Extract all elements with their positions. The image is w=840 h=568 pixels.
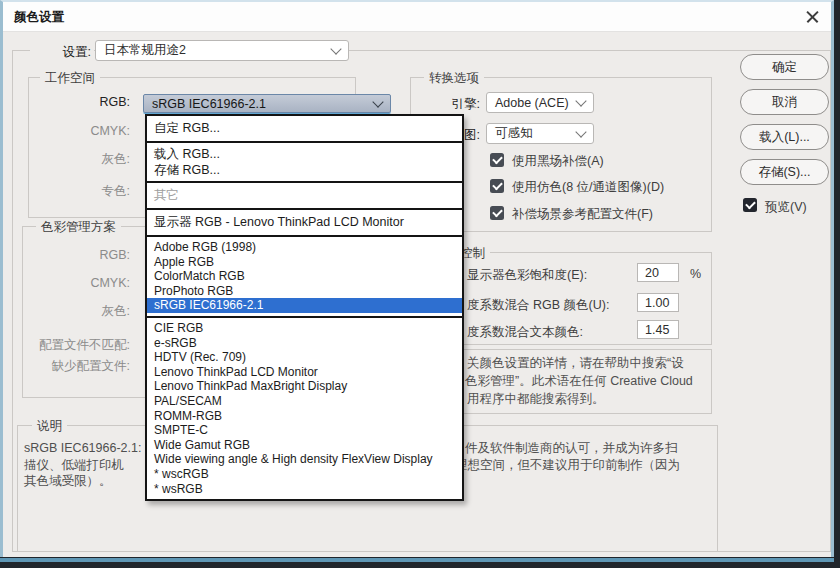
description-line1-left: sRGB IEC61966-2.1: [24, 440, 141, 456]
dropdown-group: 载入 RGB... 存储 RGB... [147, 143, 462, 183]
ws-spot-label: 专色: [20, 183, 130, 200]
dropdown-item[interactable]: ROMM-RGB [147, 409, 462, 424]
description-title: 说明 [32, 418, 67, 435]
dropdown-item[interactable]: Lenovo ThinkPad LCD Monitor [147, 365, 462, 380]
dialog-titlebar[interactable]: 颜色设置 [3, 2, 831, 32]
conversion-title: 转换选项 [424, 70, 484, 87]
dither-checkbox[interactable] [490, 179, 504, 193]
desaturate-input[interactable]: 20 [637, 263, 679, 282]
dropdown-group: CIE RGB e-sRGB HDTV (Rec. 709) Lenovo Th… [147, 318, 462, 499]
dropdown-item[interactable]: Apple RGB [147, 255, 462, 270]
pol-mismatch-label: 配置文件不匹配: [20, 337, 130, 354]
preview-label: 预览(V) [765, 199, 807, 216]
dropdown-item[interactable]: Wide Gamut RGB [147, 438, 462, 453]
engine-dropdown-value: Adobe (ACE) [495, 96, 569, 110]
blend-text-value: 1.45 [645, 323, 669, 337]
dropdown-group: 显示器 RGB - Lenovo ThinkPad LCD Monitor [147, 210, 462, 237]
description-line3: 其色域受限）。 [24, 473, 112, 489]
intent-dropdown[interactable]: 可感知 [486, 123, 594, 144]
description-line2-right: 理想空间，但不建议用于印前制作（因为 [455, 457, 680, 473]
chevron-down-icon [575, 95, 586, 106]
pol-cmyk-label: CMYK: [20, 276, 130, 290]
blend-rgb-label: 度系数混合 RGB 颜色(U): [467, 297, 609, 314]
dropdown-group: 其它 [147, 183, 462, 210]
help-note-line2: 色彩管理”。此术语在任何 Creative Cloud [465, 372, 693, 390]
chevron-down-icon [330, 43, 341, 54]
pol-gray-label: 灰色: [20, 303, 130, 320]
dropdown-item-disabled: 其它 [147, 186, 462, 205]
blend-text-input[interactable]: 1.45 [637, 320, 679, 339]
dropdown-item[interactable]: Wide viewing angle & High density FlexVi… [147, 452, 462, 467]
engine-dropdown[interactable]: Adobe (ACE) [486, 92, 594, 113]
dropdown-item[interactable]: ProPhoto RGB [147, 284, 462, 299]
pol-rgb-label: RGB: [20, 248, 130, 262]
cancel-button-label: 取消 [772, 94, 797, 111]
dropdown-group: Adobe RGB (1998) Apple RGB ColorMatch RG… [147, 237, 462, 318]
dropdown-item[interactable]: SMPTE-C [147, 423, 462, 438]
engine-label: 引擎: [403, 96, 480, 113]
pol-missing-label: 缺少配置文件: [20, 358, 130, 375]
scene-profiles-label: 补偿场景参考配置文件(F) [512, 206, 653, 223]
scene-profiles-checkbox[interactable] [490, 206, 504, 220]
settings-dropdown[interactable]: 日本常规用途2 [95, 40, 349, 61]
dropdown-item[interactable]: Adobe RGB (1998) [147, 240, 462, 255]
dropdown-item[interactable]: 载入 RGB... [147, 146, 462, 162]
description-line1-right: 件及软件制造商的认可，并成为许多扫 [465, 440, 678, 456]
blend-text-label: 度系数混合文本颜色: [467, 324, 583, 341]
help-note-line1: 关颜色设置的详情，请在帮助中搜索“设 [467, 354, 684, 372]
dropdown-item[interactable]: HDTV (Rec. 709) [147, 350, 462, 365]
dropdown-item[interactable]: e-sRGB [147, 336, 462, 351]
help-note-line3: 用程序中都能搜索得到。 [467, 390, 605, 408]
dropdown-item[interactable]: * wscRGB [147, 467, 462, 482]
dropdown-item[interactable]: CIE RGB [147, 321, 462, 336]
policies-title: 色彩管理方案 [36, 219, 121, 236]
black-point-checkbox[interactable] [490, 153, 504, 167]
ws-rgb-dropdown[interactable]: sRGB IEC61966-2.1 [143, 94, 391, 113]
dropdown-item[interactable]: ColorMatch RGB [147, 269, 462, 284]
close-icon[interactable] [805, 9, 820, 24]
preview-checkbox[interactable] [743, 198, 757, 212]
cancel-button[interactable]: 取消 [740, 89, 829, 115]
dropdown-item[interactable]: 存储 RGB... [147, 162, 462, 178]
color-settings-dialog: 颜色设置 设置: 日本常规用途2 工作空间 RGB: CMYK: 灰色: 专色:… [0, 0, 834, 557]
save-button[interactable]: 存储(S)... [740, 159, 829, 185]
dropdown-item[interactable]: Lenovo ThinkPad MaxBright Display [147, 379, 462, 394]
ok-button-label: 确定 [772, 59, 797, 76]
load-button-label: 载入(L)... [759, 129, 810, 146]
ws-rgb-dropdown-value: sRGB IEC61966-2.1 [152, 97, 266, 111]
settings-dropdown-value: 日本常规用途2 [104, 42, 186, 59]
desaturate-value: 20 [645, 266, 659, 280]
rgb-profile-dropdown-list: 自定 RGB... 载入 RGB... 存储 RGB... 其它 显示器 RGB… [145, 114, 464, 501]
save-button-label: 存储(S)... [758, 164, 810, 181]
description-line2-left: 描仪、低端打印机 [24, 457, 124, 473]
ws-gray-label: 灰色: [20, 151, 130, 168]
dropdown-group: 自定 RGB... [147, 116, 462, 143]
ws-rgb-label: RGB: [20, 95, 130, 109]
working-spaces-title: 工作空间 [40, 70, 100, 87]
dither-label: 使用仿色(8 位/通道图像)(D) [512, 179, 664, 196]
load-button[interactable]: 载入(L)... [740, 124, 829, 150]
dropdown-item-selected[interactable]: sRGB IEC61966-2.1 [147, 298, 462, 313]
desaturate-label: 显示器色彩饱和度(E): [467, 267, 587, 284]
dropdown-item[interactable]: PAL/SECAM [147, 394, 462, 409]
intent-dropdown-value: 可感知 [495, 125, 533, 142]
settings-label: 设置: [30, 43, 94, 62]
chevron-down-icon [372, 96, 383, 107]
black-point-label: 使用黑场补偿(A) [512, 153, 604, 170]
dropdown-item[interactable]: 显示器 RGB - Lenovo ThinkPad LCD Monitor [147, 213, 462, 232]
dialog-title: 颜色设置 [14, 9, 64, 26]
blend-rgb-input[interactable]: 1.00 [637, 293, 679, 312]
desaturate-unit: % [690, 267, 701, 281]
screen: 颜色设置 设置: 日本常规用途2 工作空间 RGB: CMYK: 灰色: 专色:… [0, 0, 840, 568]
dropdown-item[interactable]: * wsRGB [147, 482, 462, 497]
blend-rgb-value: 1.00 [645, 296, 669, 310]
ws-cmyk-label: CMYK: [20, 124, 130, 138]
chevron-down-icon [575, 126, 586, 137]
dropdown-item[interactable]: 自定 RGB... [147, 119, 462, 138]
ok-button[interactable]: 确定 [740, 54, 829, 80]
